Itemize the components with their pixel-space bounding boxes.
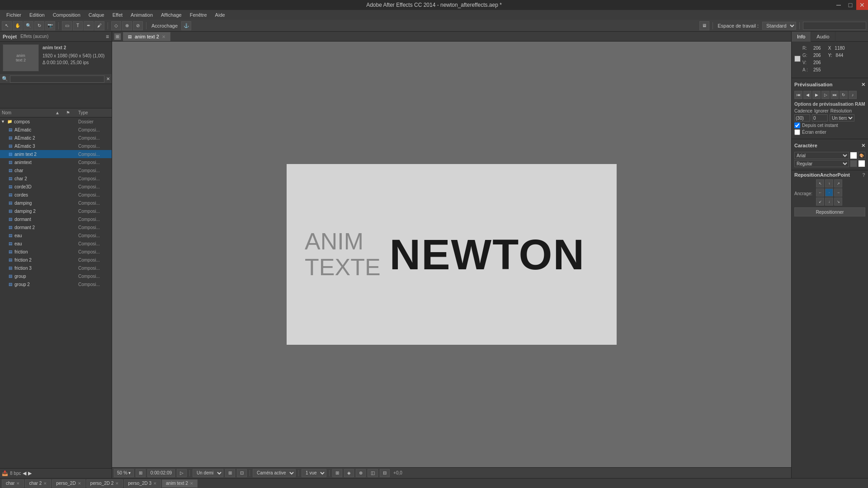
preview-close-icon[interactable]: ✕	[861, 82, 865, 88]
black-swatch[interactable]	[850, 160, 857, 167]
list-item[interactable]: ▤ char Composi...	[0, 166, 112, 174]
color-picker-icon[interactable]: 🎨	[858, 152, 865, 159]
tl-tab-perso2d3[interactable]: perso_2D 3 ✕	[124, 479, 161, 488]
go-end-btn[interactable]: ⏭	[830, 91, 839, 99]
wireframe-btn[interactable]: ⊟	[380, 469, 390, 477]
anchor-bc[interactable]: ↓	[825, 197, 833, 206]
list-item[interactable]: ▤ dormant Composi...	[0, 215, 112, 223]
tool-pen[interactable]: ✒	[84, 21, 94, 30]
tl-tab-close[interactable]: ✕	[190, 481, 193, 486]
list-item[interactable]: ▤ cordes Composi...	[0, 191, 112, 199]
camera-select[interactable]: Caméra active	[253, 469, 296, 477]
minimize-btn[interactable]: ─	[833, 0, 844, 10]
tl-tab-animtext2[interactable]: anim text 2 ✕	[162, 479, 198, 488]
play-btn[interactable]: ▶	[812, 91, 821, 99]
anchor-bl[interactable]: ↙	[816, 197, 824, 206]
resolution-select[interactable]: Un demi	[193, 469, 223, 477]
list-item[interactable]: ▤ anim text 2 Composi...	[0, 150, 112, 158]
repo-help-icon[interactable]: ?	[862, 172, 865, 178]
list-item[interactable]: ▤ animtext Composi...	[0, 158, 112, 166]
draft-btn[interactable]: ◫	[368, 469, 378, 477]
list-item[interactable]: ▤ char 2 Composi...	[0, 174, 112, 183]
sort-asc-icon[interactable]: ▲	[55, 110, 60, 115]
panel-menu-icon[interactable]: ≡	[106, 33, 109, 40]
menu-fenetre[interactable]: Fenêtre	[186, 11, 211, 19]
list-item[interactable]: ▤ corde3D Composi...	[0, 183, 112, 191]
anchor-tr[interactable]: ↗	[834, 179, 842, 188]
list-item[interactable]: ▼ 📁 compos Dossier	[0, 117, 112, 126]
tl-tab-close[interactable]: ✕	[43, 481, 47, 486]
project-search-input[interactable]	[10, 75, 104, 83]
tool-camera[interactable]: 📷	[45, 21, 55, 30]
menu-fichier[interactable]: Fichier	[3, 11, 25, 19]
accrochage-toggle[interactable]: ⚓	[181, 21, 191, 30]
safe-zones-btn[interactable]: ⊞	[332, 469, 342, 477]
anchor-br[interactable]: ↘	[834, 197, 842, 206]
time-display-btn[interactable]: 0:00:02:09	[147, 469, 175, 477]
tool-misc1[interactable]: ◇	[111, 21, 121, 30]
reposition-btn[interactable]: Repositionner	[794, 207, 865, 216]
tl-tab-perso2d[interactable]: perso_2D ✕	[52, 479, 85, 488]
anchor-mc[interactable]: ·	[825, 188, 833, 197]
white-swatch[interactable]	[858, 160, 865, 167]
view-select[interactable]: 1 vue	[302, 469, 326, 477]
char-close[interactable]: ✕	[861, 143, 865, 149]
interpret-btn[interactable]: ◀	[23, 470, 26, 476]
resolution-dropdown[interactable]: Un tiers	[830, 114, 854, 122]
prev-frame-btn[interactable]: ◀	[803, 91, 811, 99]
menu-aide[interactable]: Aide	[212, 11, 229, 19]
cadence-input[interactable]	[794, 114, 810, 122]
close-btn[interactable]: ✕	[856, 0, 868, 10]
tool-rotate[interactable]: ↻	[34, 21, 44, 30]
font-select[interactable]: Arial	[794, 152, 849, 159]
list-item[interactable]: ▤ group Composi...	[0, 272, 112, 280]
tab-info[interactable]: Info	[792, 32, 811, 42]
workspace-select[interactable]: Standard	[762, 22, 796, 30]
list-item[interactable]: ▤ damping 2 Composi...	[0, 207, 112, 215]
tool-rect[interactable]: ▭	[62, 21, 72, 30]
tool-misc3[interactable]: ⊘	[133, 21, 143, 30]
font-color-swatch[interactable]	[850, 152, 857, 159]
comp-tab-close[interactable]: ✕	[162, 34, 165, 39]
ecran-checkbox[interactable]	[794, 129, 800, 135]
tool-select[interactable]: ↖	[2, 21, 12, 30]
list-item[interactable]: ▤ eau Composi...	[0, 239, 112, 248]
list-item[interactable]: ▤ damping Composi...	[0, 199, 112, 207]
render-btn[interactable]: ▷	[177, 469, 187, 477]
help-search[interactable]	[803, 22, 866, 30]
navigate-btn[interactable]: ▶	[28, 470, 32, 476]
list-item[interactable]: ▤ friction 2 Composi...	[0, 256, 112, 264]
list-item[interactable]: ▤ friction 3 Composi...	[0, 264, 112, 272]
tl-tab-close[interactable]: ✕	[153, 481, 157, 486]
zoom-display[interactable]: 50 % ▾	[114, 469, 134, 477]
comp-tab-active[interactable]: ▤ anim text 2 ✕	[123, 32, 170, 41]
tool-text[interactable]: T	[73, 21, 83, 30]
tl-tab-char2[interactable]: char 2 ✕	[25, 479, 51, 488]
ignorer-input[interactable]	[812, 114, 828, 122]
list-item[interactable]: ▤ AEmatic 3 Composi...	[0, 142, 112, 150]
depuis-checkbox[interactable]	[794, 122, 800, 128]
menu-affichage[interactable]: Affichage	[157, 11, 185, 19]
tl-tab-perso2d2[interactable]: perso_2D 2 ✕	[86, 479, 123, 488]
list-item[interactable]: ▤ eau Composi...	[0, 231, 112, 239]
tool-brush[interactable]: 🖌	[94, 21, 104, 30]
anchor-tc[interactable]: ↑	[825, 179, 833, 188]
list-item[interactable]: ▤ AEmatic 2 Composi...	[0, 134, 112, 142]
region-btn[interactable]: ⊡	[237, 469, 247, 477]
anchor-mr[interactable]: →	[834, 188, 842, 197]
tool-zoom[interactable]: 🔍	[24, 21, 33, 30]
list-item[interactable]: ▤ friction Composi...	[0, 248, 112, 256]
tl-tab-close[interactable]: ✕	[78, 481, 81, 486]
menu-effet[interactable]: Effet	[109, 11, 126, 19]
tl-tab-close[interactable]: ✕	[16, 481, 20, 486]
search-clear-icon[interactable]: ✕	[106, 76, 110, 81]
tl-tab-close[interactable]: ✕	[115, 481, 119, 486]
menu-animation[interactable]: Animation	[127, 11, 156, 19]
next-frame-btn[interactable]: ▷	[821, 91, 830, 99]
loop-btn[interactable]: ↻	[840, 91, 848, 99]
tool-hand[interactable]: ✋	[13, 21, 23, 30]
anchor-tl[interactable]: ↖	[816, 179, 824, 188]
mask-btn[interactable]: ◈	[344, 469, 354, 477]
tab-audio[interactable]: Audio	[811, 32, 835, 42]
list-item[interactable]: ▤ group 2 Composi...	[0, 280, 112, 288]
